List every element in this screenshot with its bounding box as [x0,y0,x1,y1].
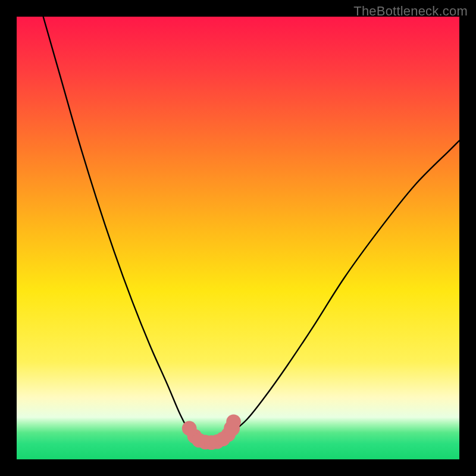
valley-marker-dot [226,414,241,429]
viewport-frame: TheBottleneck.com [0,0,476,476]
gradient-background [17,17,459,459]
bottleneck-chart [17,17,459,459]
